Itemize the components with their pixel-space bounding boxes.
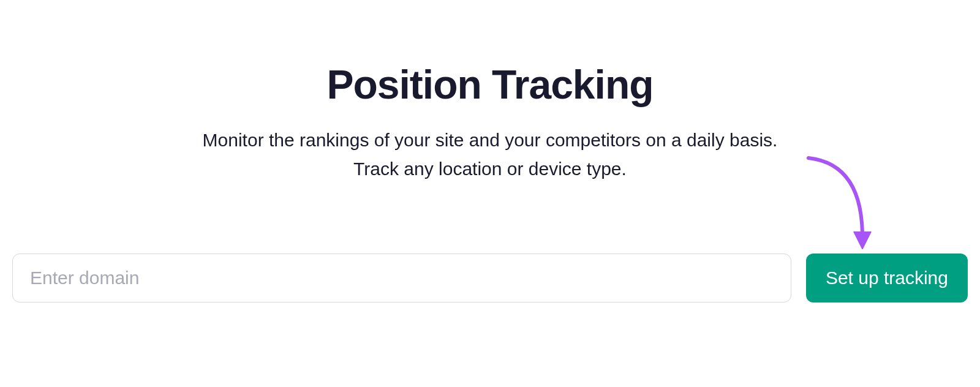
hero-container: Position Tracking Monitor the rankings o… (0, 0, 980, 183)
page-title: Position Tracking (326, 61, 653, 108)
subtitle-line-1: Monitor the rankings of your site and yo… (203, 130, 778, 150)
domain-input[interactable] (12, 254, 791, 302)
page-subtitle: Monitor the rankings of your site and yo… (203, 126, 778, 183)
setup-tracking-button[interactable]: Set up tracking (806, 254, 968, 302)
search-row: Set up tracking (12, 254, 968, 302)
subtitle-line-2: Track any location or device type. (353, 159, 627, 179)
